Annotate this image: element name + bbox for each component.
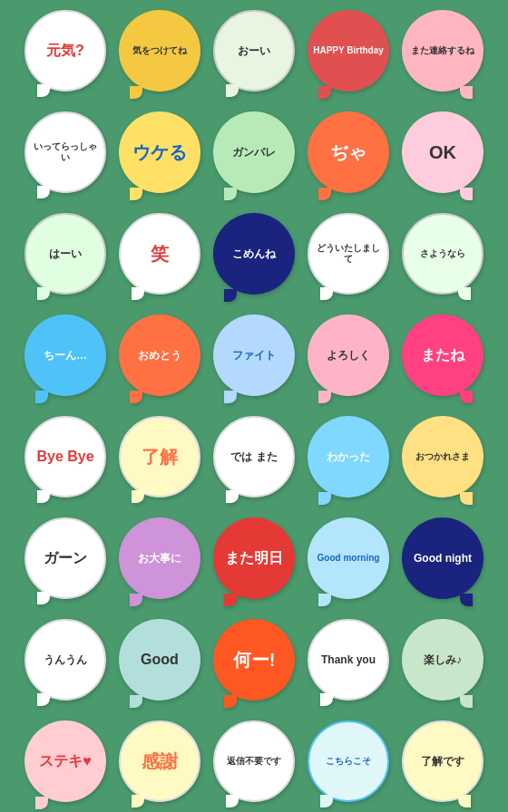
sticker-text-27: お大事に <box>134 548 185 568</box>
sticker-cell-40[interactable]: 了解です <box>397 712 488 810</box>
sticker-text-4: HAPPY Birthday <box>309 42 387 60</box>
sticker-cell-7[interactable]: ウケる <box>114 103 205 201</box>
sticker-text-11: はーい <box>45 244 85 264</box>
sticker-text-39: こちらこそ <box>322 752 375 770</box>
sticker-cell-23[interactable]: では また <box>209 408 299 506</box>
sticker-cell-18[interactable]: ファイト <box>209 306 299 404</box>
sticker-cell-20[interactable]: またね <box>397 306 488 404</box>
sticker-cell-10[interactable]: OK <box>397 103 488 201</box>
sticker-text-2: 気をつけてね <box>129 42 190 60</box>
sticker-text-31: うんうん <box>40 650 91 670</box>
sticker-cell-2[interactable]: 気をつけてね <box>114 2 205 100</box>
sticker-text-21: Bye Bye <box>33 444 97 469</box>
sticker-text-3: おーい <box>234 41 274 61</box>
sticker-text-32: Good <box>137 647 182 672</box>
sticker-text-16: ちーん… <box>40 345 91 365</box>
sticker-cell-5[interactable]: また連絡するね <box>397 2 488 100</box>
sticker-text-33: 何ー! <box>230 645 279 674</box>
sticker-cell-31[interactable]: うんうん <box>20 611 111 709</box>
sticker-text-23: では また <box>227 447 280 467</box>
sticker-text-17: おめとう <box>134 345 185 365</box>
sticker-cell-9[interactable]: ぢゃ <box>303 103 394 201</box>
sticker-cell-34[interactable]: Thank you <box>303 611 394 709</box>
sticker-text-20: またね <box>417 343 468 367</box>
sticker-text-13: こめんね <box>229 244 279 264</box>
sticker-text-8: ガンバレ <box>229 142 279 162</box>
sticker-text-10: OK <box>425 138 460 167</box>
sticker-text-7: ウケる <box>129 138 190 167</box>
sticker-cell-30[interactable]: Good night <box>397 509 488 607</box>
sticker-cell-16[interactable]: ちーん… <box>20 306 111 404</box>
sticker-text-22: 了解 <box>138 442 181 471</box>
sticker-text-6: いってらっしゃい <box>26 138 104 167</box>
sticker-cell-11[interactable]: はーい <box>20 205 111 303</box>
sticker-cell-17[interactable]: おめとう <box>114 306 205 404</box>
sticker-cell-14[interactable]: どういたしまして <box>303 205 394 303</box>
sticker-text-40: 了解です <box>417 751 468 771</box>
sticker-text-9: ぢゃ <box>327 138 370 167</box>
sticker-cell-1[interactable]: 元気? <box>20 2 111 100</box>
sticker-text-12: 笑 <box>147 239 172 268</box>
sticker-text-25: おつかれさま <box>412 448 474 466</box>
sticker-cell-8[interactable]: ガンバレ <box>209 103 299 201</box>
sticker-cell-29[interactable]: Good morning <box>303 509 394 607</box>
sticker-cell-6[interactable]: いってらっしゃい <box>20 103 111 201</box>
sticker-cell-21[interactable]: Bye Bye <box>20 408 111 506</box>
sticker-cell-24[interactable]: わかった <box>303 408 394 506</box>
sticker-text-38: 返信不要です <box>223 752 285 770</box>
sticker-text-1: 元気? <box>43 38 88 63</box>
sticker-cell-25[interactable]: おつかれさま <box>397 408 488 506</box>
sticker-text-5: また連絡するね <box>407 42 478 60</box>
sticker-cell-3[interactable]: おーい <box>209 2 299 100</box>
sticker-cell-26[interactable]: ガーン <box>20 509 111 607</box>
sticker-cell-37[interactable]: 感謝 <box>114 712 205 810</box>
sticker-cell-32[interactable]: Good <box>114 611 205 709</box>
sticker-grid: 元気?気をつけてねおーいHAPPY Birthdayまた連絡するねいってらっしゃ… <box>13 0 495 812</box>
sticker-cell-22[interactable]: 了解 <box>114 408 205 506</box>
sticker-text-26: ガーン <box>40 546 91 570</box>
sticker-cell-39[interactable]: こちらこそ <box>303 712 394 810</box>
sticker-text-37: 感謝 <box>138 747 181 776</box>
sticker-text-18: ファイト <box>229 345 279 365</box>
sticker-text-14: どういたしまして <box>309 239 387 268</box>
sticker-cell-33[interactable]: 何ー! <box>209 611 299 709</box>
sticker-text-28: また明日 <box>221 546 287 570</box>
sticker-cell-38[interactable]: 返信不要です <box>209 712 299 810</box>
sticker-cell-36[interactable]: ステキ♥ <box>20 712 111 810</box>
sticker-text-30: Good night <box>410 548 475 568</box>
sticker-text-15: さようなら <box>416 245 469 263</box>
sticker-text-36: ステキ♥ <box>35 749 95 773</box>
sticker-cell-15[interactable]: さようなら <box>397 205 488 303</box>
sticker-cell-35[interactable]: 楽しみ♪ <box>397 611 488 709</box>
sticker-cell-12[interactable]: 笑 <box>114 205 205 303</box>
sticker-cell-28[interactable]: また明日 <box>209 509 299 607</box>
sticker-text-24: わかった <box>323 447 374 467</box>
sticker-text-19: よろしく <box>323 345 374 365</box>
sticker-cell-4[interactable]: HAPPY Birthday <box>303 2 394 100</box>
sticker-cell-13[interactable]: こめんね <box>209 205 299 303</box>
sticker-cell-27[interactable]: お大事に <box>114 509 205 607</box>
sticker-cell-19[interactable]: よろしく <box>303 306 394 404</box>
sticker-text-34: Thank you <box>318 650 379 670</box>
sticker-text-29: Good morning <box>314 549 384 567</box>
sticker-text-35: 楽しみ♪ <box>420 650 465 670</box>
